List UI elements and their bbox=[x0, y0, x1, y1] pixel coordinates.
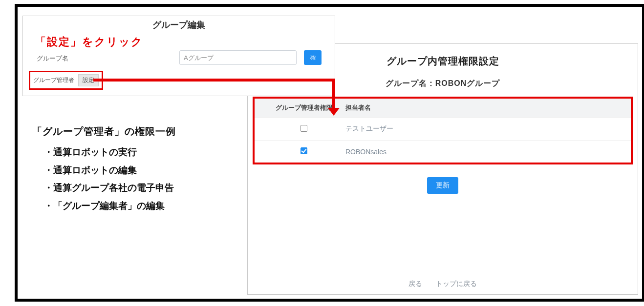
permission-footer: 戻る トップに戻る bbox=[248, 280, 638, 288]
table-row: テストユーザー bbox=[255, 117, 631, 140]
annotation-arrow bbox=[93, 79, 335, 82]
group-name-label: グループ名 bbox=[37, 54, 68, 63]
group-edit-title: グループ編集 bbox=[23, 19, 335, 31]
user-name: テストユーザー bbox=[345, 124, 623, 133]
permissions-explanation: 「グループ管理者」の権限一例 通算ロボットの実行 通算ロボットの編集 通算グルー… bbox=[32, 124, 176, 217]
table-row: ROBONsales bbox=[255, 140, 631, 163]
list-item: 「グループ編集者」の編集 bbox=[44, 199, 176, 213]
group-admin-highlight: グループ管理者 設定 bbox=[29, 71, 103, 90]
annotation-arrow bbox=[332, 79, 335, 110]
permission-table-highlight: グループ管理者権限 担当者名 テストユーザー ROBONsales bbox=[253, 97, 633, 164]
permission-table-header: グループ管理者権限 担当者名 bbox=[255, 99, 631, 117]
top-link[interactable]: トップに戻る bbox=[436, 280, 477, 287]
confirm-button[interactable]: 確 bbox=[304, 50, 322, 65]
user-name: ROBONsales bbox=[345, 148, 623, 156]
group-edit-panel: グループ編集 「設定」をクリック グループ名 Aグループ 確 グループ管理者 設… bbox=[22, 16, 335, 96]
update-button[interactable]: 更新 bbox=[427, 177, 458, 194]
list-item: 通算ロボットの編集 bbox=[44, 163, 176, 178]
list-item: 通算ロボットの実行 bbox=[44, 145, 176, 160]
explain-title: 「グループ管理者」の権限一例 bbox=[32, 124, 176, 139]
permission-checkbox[interactable] bbox=[301, 147, 307, 154]
group-admin-label: グループ管理者 bbox=[33, 76, 74, 84]
group-name-input[interactable]: Aグループ bbox=[179, 50, 297, 65]
group-name-label-2: グループ名： bbox=[386, 79, 435, 87]
annotation-arrow-head-icon bbox=[328, 108, 340, 116]
annotation-click-settings: 「設定」をクリック bbox=[35, 35, 143, 49]
back-link[interactable]: 戻る bbox=[408, 280, 422, 287]
col-name: 担当者名 bbox=[345, 103, 623, 112]
list-item: 通算グループ各社の電子申告 bbox=[44, 181, 176, 195]
group-name-value-2: ROBONグループ bbox=[435, 79, 500, 87]
permission-checkbox[interactable] bbox=[301, 125, 307, 132]
